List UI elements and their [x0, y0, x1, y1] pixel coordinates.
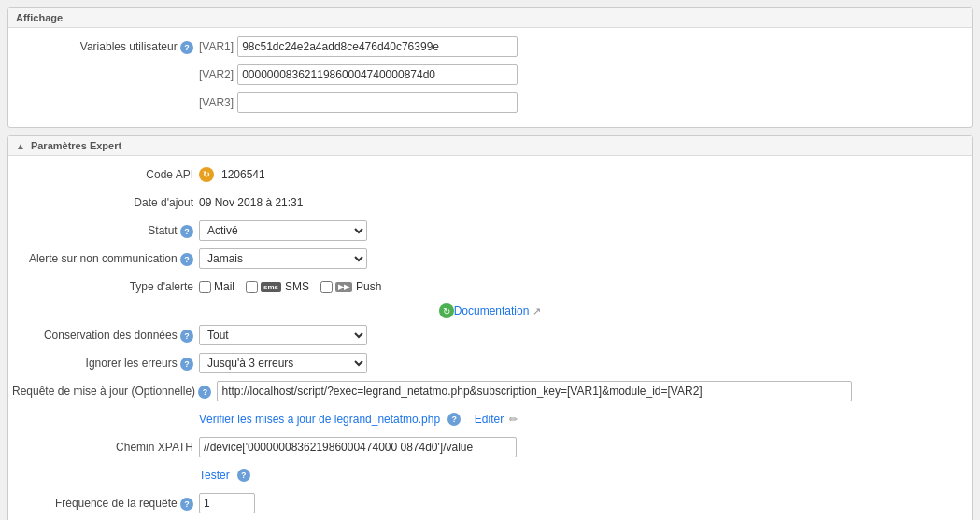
- code-api-value: ↻ 1206541: [199, 167, 968, 182]
- date-ajout-text: 09 Nov 2018 à 21:31: [199, 196, 303, 209]
- conservation-value: Tout 1 mois 3 mois 6 mois 1 an: [199, 325, 968, 345]
- statut-row: Statut ? Activé Désactivé: [12, 219, 968, 242]
- frequence-row: Fréquence de la requête ?: [12, 492, 968, 514]
- ignorer-value: Jusqu'à 3 erreurs Jamais Toujours: [199, 353, 968, 373]
- alerte-help-icon[interactable]: ?: [180, 253, 193, 266]
- alerte-label: Alerte sur non communication ?: [12, 252, 199, 266]
- type-alerte-label: Type d'alerte: [12, 280, 199, 293]
- xpath-row: Chemin XPATH: [12, 436, 968, 458]
- code-api-row: Code API ↻ 1206541: [12, 163, 968, 186]
- push-label: Push: [356, 280, 381, 293]
- params-expert-header: ▲ Paramètres Expert: [8, 136, 972, 156]
- ignorer-select[interactable]: Jusqu'à 3 erreurs Jamais Toujours: [199, 353, 367, 373]
- affichage-title: Affichage: [16, 12, 63, 23]
- xpath-label: Chemin XPATH: [12, 441, 199, 454]
- tester-link[interactable]: Tester: [199, 469, 230, 482]
- mail-label: Mail: [214, 280, 234, 293]
- statut-label: Statut ?: [12, 224, 199, 238]
- code-api-label: Code API: [12, 168, 199, 181]
- var1-value: [VAR1]: [199, 36, 968, 57]
- var2-row: [VAR2]: [12, 63, 968, 86]
- xpath-value: [199, 437, 968, 457]
- var2-bracket: [VAR2]: [199, 68, 234, 81]
- variables-help-icon[interactable]: ?: [180, 41, 193, 54]
- frequence-label: Fréquence de la requête ?: [12, 497, 199, 511]
- verifier-help-icon[interactable]: ?: [447, 413, 461, 426]
- conservation-label: Conservation des données ?: [12, 329, 199, 343]
- statut-value: Activé Désactivé: [199, 220, 968, 241]
- alerte-row: Alerte sur non communication ? Jamais 1 …: [12, 247, 968, 270]
- api-icon: ↻: [199, 167, 214, 182]
- params-expert-content: Code API ↻ 1206541 Date d'ajout 09 Nov 2…: [8, 156, 972, 520]
- sms-badge: sms: [261, 282, 281, 292]
- tester-help-icon[interactable]: ?: [237, 469, 250, 482]
- date-ajout-label: Date d'ajout: [12, 196, 199, 209]
- variables-label: Variables utilisateur ?: [12, 40, 199, 54]
- type-alerte-value: Mail sms SMS ▶▶ Push: [199, 280, 968, 293]
- frequence-input[interactable]: [199, 493, 255, 513]
- requete-row: Requête de mise à jour (Optionnelle) ?: [12, 380, 968, 402]
- frequence-value: [199, 493, 968, 513]
- affichage-section: Affichage Variables utilisateur ? [VAR1]…: [7, 7, 973, 128]
- external-link-icon: ↗: [533, 305, 541, 317]
- date-ajout-value: 09 Nov 2018 à 21:31: [199, 196, 968, 209]
- push-checkbox[interactable]: [320, 281, 333, 293]
- push-checkbox-wrap: ▶▶ Push: [320, 280, 381, 293]
- type-alerte-row: Type d'alerte Mail sms SMS ▶▶: [12, 275, 968, 298]
- verifier-editer-value: Vérifier les mises à jour de legrand_net…: [199, 413, 968, 426]
- conservation-help-icon[interactable]: ?: [180, 330, 193, 343]
- mail-checkbox-wrap: Mail: [199, 280, 234, 293]
- sms-label: SMS: [285, 280, 309, 293]
- requete-label: Requête de mise à jour (Optionnelle) ?: [12, 385, 217, 399]
- params-expert-section: ▲ Paramètres Expert Code API ↻ 1206541 D…: [7, 135, 973, 520]
- page-wrapper: Affichage Variables utilisateur ? [VAR1]…: [0, 0, 980, 520]
- edit-pencil-icon[interactable]: ✏: [509, 414, 518, 426]
- var3-bracket: [VAR3]: [199, 96, 234, 109]
- var2-value: [VAR2]: [199, 64, 968, 85]
- params-expert-title: Paramètres Expert: [31, 140, 121, 151]
- statut-help-icon[interactable]: ?: [180, 225, 193, 238]
- statut-select[interactable]: Activé Désactivé: [199, 220, 367, 241]
- ignorer-row: Ignorer les erreurs ? Jusqu'à 3 erreurs …: [12, 352, 968, 374]
- var3-row: [VAR3]: [12, 91, 968, 114]
- verifier-editer-row: Vérifier les mises à jour de legrand_net…: [12, 408, 968, 430]
- requete-input[interactable]: [217, 381, 852, 401]
- var3-value: [VAR3]: [199, 92, 968, 113]
- tester-row: Tester ?: [12, 464, 968, 486]
- var1-bracket: [VAR1]: [199, 40, 234, 53]
- tester-value: Tester ?: [199, 469, 968, 482]
- alerte-select[interactable]: Jamais 1 heure 2 heures 24 heures: [199, 248, 367, 269]
- affichage-content: Variables utilisateur ? [VAR1] [VAR2]: [8, 28, 972, 127]
- editer-link[interactable]: Editer: [475, 413, 504, 426]
- date-ajout-row: Date d'ajout 09 Nov 2018 à 21:31: [12, 191, 968, 214]
- mail-checkbox[interactable]: [199, 281, 211, 293]
- alerte-value: Jamais 1 heure 2 heures 24 heures: [199, 248, 968, 269]
- verifier-link[interactable]: Vérifier les mises à jour de legrand_net…: [199, 413, 440, 426]
- var1-input[interactable]: [237, 36, 518, 57]
- var3-input[interactable]: [237, 92, 518, 113]
- xpath-input[interactable]: [199, 437, 517, 457]
- collapse-icon[interactable]: ▲: [16, 141, 25, 151]
- var2-input[interactable]: [237, 64, 518, 85]
- code-api-text: 1206541: [221, 168, 265, 181]
- ignorer-label: Ignorer les erreurs ?: [12, 357, 199, 371]
- requete-help-icon[interactable]: ?: [198, 386, 211, 399]
- conservation-select[interactable]: Tout 1 mois 3 mois 6 mois 1 an: [199, 325, 367, 345]
- push-badge: ▶▶: [335, 282, 352, 292]
- var1-row: Variables utilisateur ? [VAR1]: [12, 35, 968, 58]
- documentation-link[interactable]: Documentation: [454, 304, 530, 317]
- conservation-row: Conservation des données ? Tout 1 mois 3…: [12, 324, 968, 346]
- requete-value: [217, 381, 968, 401]
- sms-checkbox-wrap: sms SMS: [246, 280, 309, 293]
- doc-row: ↻ Documentation ↗: [12, 303, 968, 318]
- frequence-help-icon[interactable]: ?: [180, 498, 193, 511]
- affichage-header: Affichage: [8, 8, 972, 28]
- ignorer-help-icon[interactable]: ?: [180, 358, 193, 371]
- doc-refresh-icon[interactable]: ↻: [439, 303, 454, 318]
- sms-checkbox[interactable]: [246, 281, 258, 293]
